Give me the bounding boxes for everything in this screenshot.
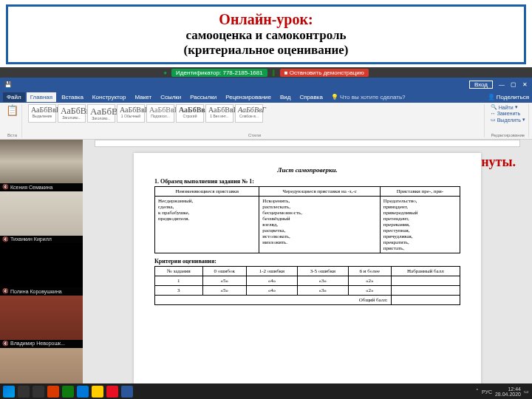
windows-taskbar[interactable]: ˄ РУС 12:44 28.04.2020 ▭: [0, 383, 532, 399]
prefixes-table: Неизменяющиеся приставки Чередующиеся пр…: [154, 186, 460, 253]
tell-me-search[interactable]: 💡 Что вы хотите сделать?: [328, 93, 409, 101]
tab-review[interactable]: Рецензирование: [222, 92, 275, 102]
zoom-dot-icon: ●: [163, 69, 167, 76]
table-header: Неизменяющиеся приставки: [155, 187, 259, 197]
tab-help[interactable]: Справка: [296, 92, 326, 102]
participant-tile[interactable]: 🔇Ксения Семакина: [0, 140, 83, 191]
zoom-pause-icon[interactable]: ‖: [272, 69, 276, 76]
word-login-button[interactable]: Вход: [469, 81, 493, 89]
tab-design[interactable]: Конструктор: [89, 92, 130, 102]
app-icon[interactable]: [77, 386, 89, 398]
mic-muted-icon: 🔇: [2, 236, 9, 242]
tab-home[interactable]: Главная: [27, 92, 56, 102]
zoom-control-bar: ● Идентификатор: 778-2185-1681 ‖ ■ Остан…: [0, 67, 532, 78]
mic-muted-icon: 🔇: [2, 288, 9, 294]
paste-button[interactable]: 📋: [6, 104, 18, 116]
doc-heading: Лист самопроверки.: [154, 166, 460, 174]
tab-view[interactable]: Вид: [276, 92, 294, 102]
mic-muted-icon: 🔇: [2, 341, 9, 347]
document-page[interactable]: Лист самопроверки. 1. Образец выполнения…: [134, 153, 481, 399]
word-ribbon-tabs: Файл Главная Вставка Конструктор Макет С…: [0, 91, 532, 103]
style-item[interactable]: АаБбВвГ1 Без инт...: [205, 104, 233, 123]
criteria-table: № задания 0 ошибок 1-2 ошибки 3-5 ошибки…: [154, 266, 460, 305]
start-button[interactable]: [3, 386, 15, 398]
doc-section-1: 1. Образец выполнения задания № 1:: [154, 178, 460, 185]
zoom-stop-share-button[interactable]: ■ Остановить демонстрацию: [280, 69, 369, 77]
table-cell: Несдержанный, сделка, к прабабушке, пред…: [155, 197, 259, 253]
word-autosave-icon[interactable]: 💾: [4, 81, 12, 88]
maximize-icon[interactable]: ▢: [511, 81, 516, 88]
mic-muted-icon: 🔇: [2, 184, 9, 190]
find-button[interactable]: 🔍 Найти ▾: [491, 104, 525, 110]
table-header: Чередующиеся приставки на -з,-с: [259, 187, 380, 197]
app-icon[interactable]: [121, 386, 133, 398]
zoom-meeting-id: Идентификатор: 778-2185-1681: [171, 69, 267, 77]
replace-button[interactable]: ↔ Заменить: [491, 111, 525, 116]
search-icon[interactable]: [18, 386, 30, 398]
style-item[interactable]: АаБбВвГВыделение: [28, 104, 56, 123]
ribbon-styles-group: АаБбВвГВыделение АаБбВвЗаголово... АаБбВ…: [25, 104, 485, 137]
app-icon[interactable]: [47, 386, 59, 398]
select-button[interactable]: ▭ Выделить ▾: [491, 117, 525, 123]
slide-subtitle-2: (критериальное оценивание): [17, 43, 515, 58]
style-item[interactable]: АаБбВвГСлабое в...: [235, 104, 263, 123]
slide-subtitle-1: самооценка и самоконтроль: [17, 28, 515, 43]
style-item[interactable]: АаБбВЗаголово...: [87, 104, 115, 123]
main-content-area: 🔇Ксения Семакина 🔇Тиханкин Кирилл 🔇Полин…: [0, 140, 532, 399]
style-item[interactable]: АаБбВвГСтрогий: [176, 104, 204, 123]
horizontal-ruler[interactable]: [95, 140, 520, 147]
taskview-icon[interactable]: [33, 386, 44, 398]
style-item[interactable]: АаБбВвГ1 Обычный: [117, 104, 145, 123]
app-icon[interactable]: [92, 386, 103, 398]
app-icon[interactable]: [106, 386, 118, 398]
tab-references[interactable]: Ссылки: [157, 92, 185, 102]
participant-tile[interactable]: 🔇Полина Коровушкина: [0, 244, 83, 296]
system-tray[interactable]: ˄ РУС 12:44 28.04.2020 ▭: [476, 386, 529, 397]
share-button[interactable]: 👤 Поделиться: [488, 94, 529, 100]
tab-file[interactable]: Файл: [3, 92, 25, 102]
word-ribbon: 📋 Вста АаБбВвГВыделение АаБбВвЗаголово..…: [0, 103, 532, 140]
word-titlebar: 💾 Вход — ▢ ✕: [0, 78, 532, 91]
slide-title: Онлайн-урок:: [17, 11, 515, 28]
styles-gallery[interactable]: АаБбВвГВыделение АаБбВвЗаголово... АаБбВ…: [28, 104, 481, 123]
zoom-participants-panel: 🔇Ксения Семакина 🔇Тиханкин Кирилл 🔇Полин…: [0, 140, 83, 399]
document-viewport[interactable]: 3 минуты. Лист самопроверки. 1. Образец …: [83, 140, 532, 399]
tray-chevron-icon[interactable]: ˄: [476, 389, 479, 395]
minimize-icon[interactable]: —: [499, 81, 505, 88]
close-icon[interactable]: ✕: [522, 81, 528, 88]
table-header: Приставки пре-, при-: [380, 187, 460, 197]
notifications-icon[interactable]: ▭: [524, 389, 529, 395]
participant-tile[interactable]: 🔇Владимир Неворошк...: [0, 296, 83, 347]
style-item[interactable]: АаБбВвЗаголово...: [58, 104, 86, 123]
slide-title-box: Онлайн-урок: самооценка и самоконтроль (…: [6, 4, 526, 64]
table-cell: Предательство, принцдент, привередливый …: [380, 197, 460, 253]
style-item[interactable]: АаБбВвГПодзагол...: [146, 104, 174, 123]
criteria-heading: Критерии оценивания:: [154, 258, 460, 265]
app-icon[interactable]: [62, 386, 74, 398]
tab-insert[interactable]: Вставка: [58, 92, 87, 102]
ribbon-clipboard-group: 📋 Вста: [3, 104, 22, 137]
tray-lang[interactable]: РУС: [482, 389, 492, 395]
table-cell: Искоренить, расплескать, бесцеремонность…: [259, 197, 380, 253]
tray-clock[interactable]: 12:44 28.04.2020: [495, 386, 521, 397]
ribbon-editing-group: 🔍 Найти ▾ ↔ Заменить ▭ Выделить ▾ Редакт…: [488, 104, 529, 137]
participant-tile[interactable]: 🔇Тиханкин Кирилл: [0, 191, 83, 243]
tab-layout[interactable]: Макет: [131, 92, 155, 102]
tab-mailings[interactable]: Рассылки: [186, 92, 220, 102]
